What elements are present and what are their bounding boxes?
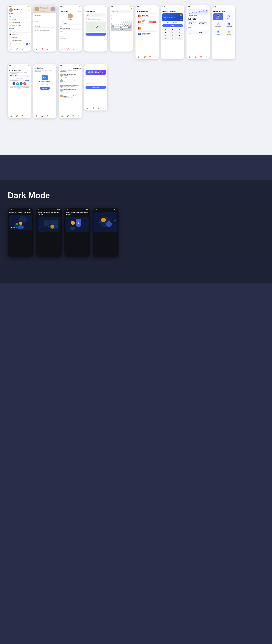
nav-notifications-gc[interactable]: 🔔2 <box>92 107 94 110</box>
kb-key-shift[interactable]: ⬆ <box>112 25 114 26</box>
edit-password-input[interactable] <box>60 33 80 35</box>
kb-key-backspace[interactable]: ⌫ <box>128 25 130 26</box>
edit-photo-label[interactable]: Edit photo <box>68 19 72 20</box>
dark-mode-toggle[interactable] <box>26 43 30 45</box>
kb-key-k[interactable]: K <box>126 23 128 24</box>
nav-notifications-ref[interactable]: 🔔2 <box>15 115 18 117</box>
numpad-6[interactable]: 6 <box>176 31 183 34</box>
nav-calendar-gc[interactable]: 📅 <box>97 107 100 110</box>
back-arrow-ref[interactable]: ← <box>9 67 30 69</box>
nav-calendar[interactable]: 📅 <box>21 48 24 50</box>
kb-key-b[interactable]: B <box>122 25 124 26</box>
nav-calendar-stats[interactable]: 📅 <box>200 56 202 58</box>
kb-more-address[interactable]: 📍 OO More Mountains Apt. 329 <box>111 17 132 20</box>
close-icon[interactable]: ✕ <box>131 8 132 10</box>
nav-notifications-2[interactable]: 🔔2 <box>41 48 44 50</box>
numpad-4[interactable]: 4 <box>162 31 169 34</box>
nav-calendar-3[interactable]: 📅 <box>72 48 74 50</box>
nav-calendar-ne[interactable]: 📅 <box>46 115 49 117</box>
kb-key-p[interactable]: P <box>130 21 132 23</box>
back-arrow-jt[interactable]: ← <box>213 8 234 10</box>
nav-notifications-ne[interactable]: 🔔 <box>41 115 44 117</box>
menu-item-payment[interactable]: 💳 Payment Method › <box>9 21 30 24</box>
kb-key-z[interactable]: Z <box>114 25 116 26</box>
kb-key-e[interactable]: E <box>115 21 117 23</box>
kb-key-w[interactable]: W <box>113 21 115 23</box>
kb-key-j[interactable]: J <box>124 23 126 24</box>
save-action[interactable]: Save <box>78 11 80 12</box>
back-arrow-nl[interactable]: ← <box>60 67 62 69</box>
kb-key-y[interactable]: Y <box>122 21 123 23</box>
kb-key-emoji[interactable]: 😊 <box>119 28 121 30</box>
kb-key-space[interactable]: space <box>114 27 128 28</box>
edit-email-input[interactable] <box>60 28 80 30</box>
job-type-housekeeping[interactable]: 🧹 Housekeeping <box>213 21 223 28</box>
kb-use-current[interactable]: 📍 Use current location 160 Greene St, Ne… <box>111 14 132 17</box>
kb-key-h[interactable]: H <box>122 23 124 24</box>
kb-key-s[interactable]: S <box>114 23 116 24</box>
numpad-7[interactable]: 7 <box>162 34 169 37</box>
menu-item-stats[interactable]: 📊 My Stats › <box>9 18 30 21</box>
address-search-bar[interactable]: 🔍 <box>86 14 106 17</box>
kb-key-l[interactable]: L <box>129 23 130 24</box>
twitter-share-icon[interactable]: t <box>16 82 19 85</box>
kb-key-n[interactable]: N <box>124 25 126 26</box>
kb-key-r[interactable]: R <box>117 21 119 23</box>
kb-key-g[interactable]: G <box>120 23 122 24</box>
numpad-star[interactable]: * <box>162 37 169 40</box>
nav-calendar-ref[interactable]: 📅 <box>21 115 24 117</box>
kb-key-x[interactable]: X <box>116 25 118 26</box>
notification-icon[interactable]: 🔔 <box>28 10 30 11</box>
keyboard-search-input[interactable] <box>115 11 131 12</box>
linkedin-share-icon[interactable]: in <box>20 82 22 85</box>
kb-key-q[interactable]: Q <box>111 21 113 23</box>
numpad-backspace[interactable]: ⌫ <box>176 37 183 40</box>
nav-notifications-pm[interactable]: 🔔2 <box>143 56 146 58</box>
nav-home-gc[interactable]: 🏠 <box>86 107 89 110</box>
kb-key-i[interactable]: I <box>126 21 127 23</box>
job-type-pet-care[interactable]: 🐾 Pet Care <box>224 13 234 20</box>
nav-home[interactable]: 🏠 <box>10 48 12 50</box>
back-arrow-ac[interactable]: ← <box>162 8 183 10</box>
edit-address-input[interactable] <box>60 43 80 45</box>
nav-home-3[interactable]: 🏠 <box>61 48 63 50</box>
nav-menu-stats[interactable]: ☰ <box>205 56 208 58</box>
nav-menu-ref[interactable]: ☰ <box>26 115 29 117</box>
back-arrow-pm[interactable]: ← <box>137 8 158 10</box>
kb-key-return[interactable]: return <box>128 27 131 28</box>
kb-key-c[interactable]: C <box>118 25 120 26</box>
tab-interview[interactable]: INTERVIEW <box>42 70 47 72</box>
numpad-5[interactable]: 5 <box>169 31 176 34</box>
job-type-special-needs[interactable]: ♿ Special Needs <box>224 21 234 28</box>
tab-interview-nl[interactable]: INTERVIEW <box>67 70 72 72</box>
kb-key-u[interactable]: U <box>124 21 125 23</box>
numpad-0[interactable]: 0 <box>169 37 176 40</box>
nav-menu-3[interactable]: ☰ <box>78 48 80 50</box>
edit-card-btn[interactable]: Edit <box>149 22 152 23</box>
kb-key-mic[interactable]: 🎤 <box>122 28 124 30</box>
nav-calendar-pm[interactable]: 📅 <box>148 56 151 58</box>
delete-card-btn[interactable]: Delete <box>152 22 156 23</box>
tab-bookings-nl[interactable]: BOOKINGS <box>73 70 78 72</box>
nav-home-stats[interactable]: 🏠 <box>188 56 191 58</box>
email-share-icon[interactable]: ✉ <box>23 82 26 85</box>
choose-location-btn[interactable]: Choose this location <box>86 32 106 36</box>
back-arrow[interactable]: ← <box>60 8 80 10</box>
menu-item-settings[interactable]: ⚙️ Settings › <box>9 29 30 32</box>
kb-key-a[interactable]: A <box>112 23 114 24</box>
address-search-input[interactable] <box>90 15 105 16</box>
kb-key-v[interactable]: V <box>120 25 122 26</box>
menu-item-dark-mode[interactable]: 🌙 Switch to Dark Mode <box>9 42 30 46</box>
menu-item-job-profile[interactable]: 👤 My Job Profile › <box>9 14 30 18</box>
kb-key-m[interactable]: M <box>126 25 128 26</box>
nav-notifications[interactable]: 🔔2 <box>15 48 18 50</box>
numpad-9[interactable]: 9 <box>176 34 183 37</box>
kb-key-d[interactable]: D <box>116 23 118 24</box>
gc-full-name-input[interactable] <box>86 77 106 79</box>
kb-key-123[interactable]: 123 <box>111 27 114 28</box>
nav-notifications-3[interactable]: 🔔2 <box>66 48 69 50</box>
numpad-1[interactable]: 1 <box>162 28 169 31</box>
numpad-2[interactable]: 2 <box>169 28 176 31</box>
numpad-8[interactable]: 8 <box>169 34 176 37</box>
kb-key-f[interactable]: F <box>118 23 120 24</box>
